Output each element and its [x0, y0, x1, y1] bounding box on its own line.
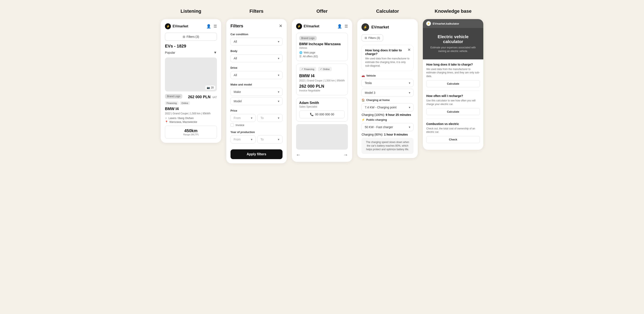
- listing-logo-text: EVmarket: [172, 24, 188, 28]
- car-feature-location: 📍 Warszawa, Mazowieckie: [165, 120, 217, 123]
- dealer-all-offers-link[interactable]: ☰ All offers (62): [299, 55, 345, 58]
- phone-button[interactable]: 📞 00 000 000 00: [299, 110, 345, 118]
- kb-article-2-desc: Check out, the total cost of ownership o…: [426, 127, 480, 134]
- chevron-down-icon: ▾: [278, 90, 279, 94]
- section-offer: Offer ⚡ EVmarket 👤 ☰ Brand Logo BMW Inch…: [292, 8, 352, 162]
- image-count: 📷 20: [205, 85, 215, 90]
- public-charger-select[interactable]: 50 KW - Fast charger ▾: [362, 123, 414, 131]
- chevron-down-icon: ▾: [409, 106, 410, 109]
- prev-arrow-button[interactable]: ←: [296, 152, 301, 158]
- offer-price-note: Invoice Negotiable: [299, 89, 345, 92]
- contact-role: Sales Specialist: [299, 105, 345, 108]
- invoice-checkbox[interactable]: [230, 123, 234, 127]
- kb-logo-icon: ⚡: [426, 21, 431, 26]
- dealer-address: Adress: [299, 46, 345, 49]
- filter-price-to[interactable]: To ▾: [257, 114, 282, 122]
- kb-article-0-button[interactable]: Calculate: [426, 80, 480, 87]
- kb-article-0-desc: We used data from the manufacturer to es…: [426, 67, 480, 78]
- filter-model-select[interactable]: Model ▾: [230, 97, 282, 105]
- car-tag-online: Online: [180, 101, 190, 105]
- calc-logo-icon: ⚡: [362, 23, 369, 31]
- car-name: BMW I4: [165, 107, 217, 111]
- filters-panel-title: Filters: [230, 23, 243, 28]
- filter-year-to[interactable]: To ▾: [257, 135, 282, 143]
- kb-article-1-button[interactable]: Calculate: [426, 108, 480, 115]
- kb-site-name: EVmarket.kalkulator: [432, 22, 459, 25]
- offer-image-placeholder: [296, 124, 348, 150]
- listing-logo-icon: ⚡: [165, 23, 171, 29]
- home-charger-select[interactable]: 7.4 KW - Charging point ▾: [362, 103, 414, 111]
- car-vat: VAT: [212, 96, 217, 99]
- offer-badge-online: ✓ Online: [318, 67, 332, 71]
- dealer-webpage-link[interactable]: 🌐 Web page: [299, 51, 345, 54]
- filter-drive-select[interactable]: All ▾: [230, 71, 282, 79]
- kb-article-2-button[interactable]: Check: [426, 136, 480, 143]
- offer-badges: ✓ Financing ✓ Online: [299, 67, 345, 71]
- charge-icon: ⚡: [362, 118, 365, 121]
- kb-article-1-desc: Use this calculator to see how often you…: [426, 99, 480, 106]
- home-charging-result: Charging (100%): 9 hour 25 minutes: [362, 113, 414, 116]
- filters-header: Filters ✕: [230, 23, 282, 28]
- kb-hero: Electric vehicle calculator Estimate you…: [423, 28, 483, 59]
- car-range-label: Range (WLTP): [168, 133, 214, 136]
- kb-hero-title: Electric vehicle calculator: [427, 34, 479, 44]
- dealer-name: BMW Inchcape Warszawa: [299, 42, 345, 46]
- location-icon: 📍: [165, 120, 168, 123]
- user-icon[interactable]: 👤: [337, 24, 342, 29]
- section-title-offer: Offer: [316, 8, 328, 14]
- car-tag-financing: Financing: [165, 101, 178, 105]
- filters-card: Filters ✕ Car condition All ▾ Body All ▾: [226, 19, 287, 163]
- apply-filters-button[interactable]: Apply filters: [230, 149, 282, 159]
- filter-price-label: Price: [230, 109, 282, 112]
- offer-logo-text: EVmarket: [304, 24, 320, 28]
- filter-price-from[interactable]: From ▾: [230, 114, 256, 122]
- filter-body-select[interactable]: All ▾: [230, 54, 282, 62]
- kb-article-2-title: Combustion vs electric: [426, 122, 480, 126]
- chevron-down-icon: ▾: [278, 57, 279, 60]
- section-title-knowledge: Knowledge base: [435, 8, 472, 14]
- offer-logo-row: ⚡ EVmarket: [296, 23, 320, 29]
- brand-select[interactable]: Tesla ▾: [362, 79, 414, 87]
- calc-app-header: ⚡ EVmarket: [362, 23, 414, 31]
- kb-article-0-title: How long does it take to charge?: [426, 63, 480, 66]
- filter-price-range-row: From ▾ To ▾: [230, 114, 282, 122]
- listing-filters-button[interactable]: ⊟ Filters (3): [165, 33, 217, 41]
- menu-icon[interactable]: ☰: [214, 24, 217, 29]
- calculator-card: ⚡ EVmarket ⊟ Filters (3) ✕ How long does…: [357, 19, 418, 158]
- home-icon: 🏠: [362, 98, 365, 102]
- calc-filters-button[interactable]: ⊟ Filters (3): [362, 34, 383, 41]
- model-select[interactable]: Model 3 ▾: [362, 89, 414, 97]
- filter-make-select[interactable]: Make ▾: [230, 88, 282, 96]
- modal-close-button[interactable]: ✕: [408, 47, 411, 52]
- filter-drive: Drive All ▾: [230, 66, 282, 79]
- listening-card: ⚡ EVmarket 👤 ☰ ⊟ Filters (3) EVs - 1829 …: [161, 19, 221, 143]
- filter-year-from[interactable]: From ▾: [230, 135, 256, 143]
- kb-hero-desc: Estimate your expenses associated with o…: [427, 46, 479, 53]
- filters-close-button[interactable]: ✕: [279, 23, 282, 28]
- filter-icon: ⊟: [183, 35, 185, 38]
- car-price-group: 262 000 PLN VAT: [188, 95, 217, 99]
- filter-car-condition-label: Car condition: [230, 33, 282, 36]
- filter-car-condition-select[interactable]: All ▾: [230, 37, 282, 46]
- kb-header-bar: ⚡ EVmarket.kalkulator: [423, 19, 483, 28]
- next-arrow-button[interactable]: →: [343, 152, 348, 158]
- chevron-down-icon: ▾: [409, 81, 410, 85]
- sort-row: Popular ▼: [165, 51, 217, 54]
- vehicle-section-title: 🚗 Vehicle: [362, 74, 414, 77]
- home-charging-section-title: 🏠 Charging at home: [362, 98, 414, 102]
- sort-chevron-icon[interactable]: ▼: [214, 51, 217, 54]
- filter-body: Body All ▾: [230, 49, 282, 62]
- user-icon[interactable]: 👤: [206, 24, 211, 29]
- camera-icon: 📷: [207, 86, 210, 89]
- offer-header-icons: 👤 ☰: [337, 24, 348, 29]
- filter-icon: ⊟: [365, 36, 367, 39]
- offer-badge-financing: ✓ Financing: [299, 67, 316, 71]
- calc-app-name: EVmarket: [371, 25, 389, 29]
- sort-label: Popular: [165, 51, 175, 54]
- car-specs: 2022 | Grand Coupe | 1,500 km | 95kWh: [165, 112, 217, 115]
- menu-icon[interactable]: ☰: [344, 24, 348, 29]
- listing-logo-row: ⚡ EVmarket: [165, 23, 188, 29]
- calc-logo-row: ⚡ EVmarket: [362, 23, 389, 31]
- list-icon: ☰: [299, 55, 302, 58]
- car-range-box: 450km Range (WLTP): [165, 126, 217, 139]
